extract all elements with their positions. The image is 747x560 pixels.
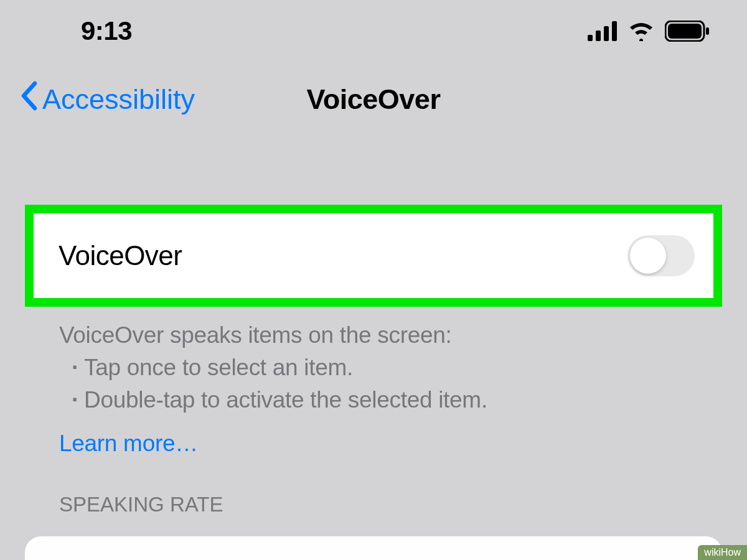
highlight-frame: VoiceOver xyxy=(25,205,722,307)
svg-rect-5 xyxy=(668,24,702,39)
description-bullet: Tap once to select an item. xyxy=(59,352,710,384)
back-button[interactable]: Accessibility xyxy=(19,81,195,118)
svg-rect-3 xyxy=(612,21,617,41)
status-icons xyxy=(588,21,710,42)
svg-rect-2 xyxy=(604,26,609,41)
status-time: 9:13 xyxy=(81,16,132,46)
toggle-knob xyxy=(630,238,666,274)
voiceover-toggle-label: VoiceOver xyxy=(59,240,182,271)
status-bar: 9:13 xyxy=(0,0,747,56)
speaking-rate-slider-row[interactable] xyxy=(25,536,722,560)
learn-more-link[interactable]: Learn more… xyxy=(59,431,710,457)
svg-rect-6 xyxy=(706,27,709,35)
chevron-left-icon xyxy=(19,81,40,118)
description-heading: VoiceOver speaks items on the screen: xyxy=(59,319,710,352)
voiceover-toggle-row[interactable]: VoiceOver xyxy=(34,213,713,298)
back-label: Accessibility xyxy=(42,83,195,116)
page-title: VoiceOver xyxy=(307,83,441,116)
watermark: wikiHow xyxy=(698,545,747,560)
navigation-bar: Accessibility VoiceOver xyxy=(0,56,747,136)
speaking-rate-header: SPEAKING RATE xyxy=(59,493,710,516)
battery-icon xyxy=(665,21,710,42)
svg-rect-0 xyxy=(588,35,593,41)
description-bullet: Double-tap to activate the selected item… xyxy=(59,384,710,416)
description-block: VoiceOver speaks items on the screen: Ta… xyxy=(0,307,747,516)
voiceover-toggle-switch[interactable] xyxy=(627,235,695,276)
wifi-icon xyxy=(627,21,655,41)
svg-rect-1 xyxy=(596,30,601,41)
cellular-signal-icon xyxy=(588,21,618,41)
